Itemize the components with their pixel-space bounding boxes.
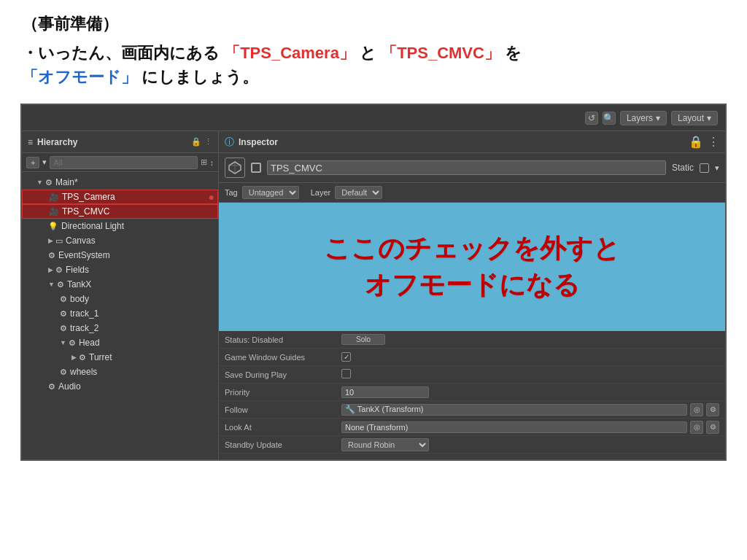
hierarchy-more-icon[interactable]: ⋮ — [204, 137, 212, 147]
annotation-body-middle: と — [360, 44, 376, 62]
static-dropdown-icon[interactable]: ▾ — [715, 163, 719, 173]
track2-icon: ⚙ — [60, 324, 67, 333]
tankx-icon: ⚙ — [57, 280, 64, 289]
prop-value-game-window-guides: ✓ — [341, 352, 719, 362]
hierarchy-sort-icon[interactable]: ↕ — [210, 158, 214, 167]
eventsystem-icon: ⚙ — [48, 251, 55, 260]
undo-icon[interactable]: ↺ — [585, 112, 598, 125]
static-label: Static — [672, 163, 694, 173]
hier-item-label-eventsystem: EventSystem — [58, 250, 110, 260]
hier-item-label-tps-cmvc: TPS_CMVC — [62, 206, 109, 217]
highlight-tps-cmvc: 「TPS_CMVC」 — [381, 44, 500, 62]
standby-update-dropdown[interactable]: Round Robin — [341, 438, 429, 451]
hier-item-label-tps-camera: TPS_Camera — [62, 192, 115, 202]
hierarchy-search-input[interactable] — [50, 156, 197, 169]
layout-button[interactable]: Layout ▾ — [671, 111, 718, 125]
inspector-header-icons: 🔒 ⋮ — [689, 135, 719, 149]
hierarchy-header: ≡ Hierarchy 🔒 ⋮ — [22, 131, 218, 153]
prop-label-standby-update: Standby Update — [225, 440, 341, 449]
head-triangle-icon: ▼ — [60, 339, 66, 346]
hier-item-eventsystem[interactable]: ⚙ EventSystem — [22, 248, 218, 262]
layer-dropdown[interactable]: Default — [335, 186, 382, 199]
look-at-input[interactable] — [341, 421, 687, 433]
hier-item-label-wheels: wheels — [70, 367, 97, 377]
canvas-triangle-icon: ▶ — [48, 237, 53, 244]
hier-item-directional-light[interactable]: 💡 Directional Light — [22, 219, 218, 233]
unity-editor: ↺ 🔍 Layers ▾ Layout ▾ ≡ Hierarchy 🔒 ⋮ + — [20, 104, 727, 461]
hier-item-main[interactable]: ▼ ⚙ Main* — [22, 175, 218, 190]
callout-text-line2: オフモードになる — [365, 267, 580, 303]
hier-item-tankx[interactable]: ▼ ⚙ TankX — [22, 277, 218, 292]
hier-item-label-body: body — [70, 294, 89, 304]
object-cube-icon: ⚙ — [45, 178, 53, 187]
inspector-more-icon[interactable]: ⋮ — [708, 135, 719, 149]
highlight-tps-camera: 「TPS_Camera」 — [224, 44, 355, 62]
look-at-target-icon[interactable]: ◎ — [690, 421, 703, 434]
inspector-properties: Status: Disabled Solo Game Window Guides… — [219, 331, 725, 459]
prop-row-standby-update: Standby Update Round Robin — [219, 436, 725, 454]
prop-value-standby-update: Round Robin — [341, 438, 719, 451]
static-checkbox[interactable] — [700, 163, 709, 173]
hier-item-track1[interactable]: ⚙ track_1 — [22, 306, 218, 321]
follow-input[interactable] — [341, 404, 687, 416]
hier-item-body[interactable]: ⚙ body — [22, 292, 218, 306]
follow-target-icon[interactable]: ◎ — [690, 403, 703, 416]
editor-panels: ≡ Hierarchy 🔒 ⋮ + ▾ ⊞ ↕ ▼ ⚙ Main* — [22, 131, 725, 459]
layout-chevron-icon: ▾ — [707, 113, 711, 123]
canvas-icon: ▭ — [55, 236, 63, 246]
callout-text-line1: ここのチェックを外すと — [324, 230, 620, 267]
layers-chevron-icon: ▾ — [656, 113, 660, 123]
modified-dot-icon: ● — [209, 191, 214, 203]
hier-item-audio[interactable]: ⚙ Audio — [22, 379, 218, 394]
hier-item-label-turret: Turret — [89, 352, 112, 362]
cmvc-cube-icon: 🎥 — [49, 207, 59, 217]
prop-row-look-at: Look At ◎ ⚙ — [219, 419, 725, 436]
object-name-field[interactable] — [267, 160, 666, 175]
hier-item-tps-cmvc[interactable]: 🎥 TPS_CMVC — [22, 204, 218, 219]
hier-item-label-audio: Audio — [58, 381, 81, 392]
priority-input[interactable] — [341, 386, 429, 398]
follow-settings-icon[interactable]: ⚙ — [706, 403, 719, 416]
annotation-body-suffix: を — [505, 44, 522, 62]
inspector-object-row: Static ▾ — [219, 153, 725, 183]
prop-row-game-window-guides: Game Window Guides ✓ — [219, 349, 725, 366]
fields-triangle-icon: ▶ — [48, 266, 53, 273]
hier-item-label-fields: Fields — [66, 265, 89, 275]
turret-triangle-icon: ▶ — [71, 354, 77, 361]
hier-item-label-canvas: Canvas — [66, 236, 96, 246]
prop-label-look-at: Look At — [225, 423, 341, 432]
solo-button[interactable]: Solo — [341, 334, 385, 345]
hier-item-fields[interactable]: ▶ ⚙ Fields — [22, 262, 218, 277]
layers-button[interactable]: Layers ▾ — [620, 111, 667, 125]
inspector-lock-icon[interactable]: 🔒 — [689, 135, 703, 149]
object-active-checkbox[interactable] — [251, 163, 261, 173]
search-prefix: ▾ — [42, 158, 47, 167]
hier-item-head[interactable]: ▼ ⚙ Head — [22, 335, 218, 350]
hier-item-turret[interactable]: ▶ ⚙ Turret — [22, 350, 218, 365]
hier-item-canvas[interactable]: ▶ ▭ Canvas — [22, 233, 218, 248]
add-hierarchy-button[interactable]: + — [26, 157, 39, 168]
search-options-icon[interactable]: ⊞ — [201, 158, 207, 167]
hier-item-track2[interactable]: ⚙ track_2 — [22, 321, 218, 335]
tag-dropdown[interactable]: Untagged — [242, 186, 299, 199]
prop-value-priority — [341, 386, 719, 398]
hierarchy-list: ▼ ⚙ Main* 🎥 TPS_Camera ● 🎥 TPS_CMVC � — [22, 172, 218, 459]
prop-value-look-at: ◎ ⚙ — [341, 421, 719, 434]
hier-item-wheels[interactable]: ⚙ wheels — [22, 365, 218, 379]
hierarchy-lock-icon[interactable]: 🔒 — [191, 137, 201, 147]
prop-label-save-during-play: Save During Play — [225, 370, 341, 379]
hierarchy-panel: ≡ Hierarchy 🔒 ⋮ + ▾ ⊞ ↕ ▼ ⚙ Main* — [22, 131, 219, 459]
save-during-play-checkbox[interactable] — [341, 369, 351, 378]
audio-icon: ⚙ — [48, 382, 55, 392]
prop-row-status: Status: Disabled Solo — [219, 331, 725, 349]
prop-row-follow: Follow ◎ ⚙ — [219, 401, 725, 419]
hier-item-tps-camera[interactable]: 🎥 TPS_Camera ● — [22, 190, 218, 204]
annotation-area: （事前準備） ・いったん、画面内にある 「TPS_Camera」 と 「TPS_… — [0, 0, 747, 96]
prop-label-follow: Follow — [225, 405, 341, 414]
look-at-settings-icon[interactable]: ⚙ — [706, 421, 719, 434]
annotation-title: （事前準備） — [22, 13, 725, 35]
prop-value-status: Solo — [341, 334, 719, 345]
search-icon[interactable]: 🔍 — [603, 112, 616, 125]
game-window-guides-checkbox[interactable]: ✓ — [341, 352, 351, 362]
tankx-triangle-icon: ▼ — [48, 281, 55, 288]
